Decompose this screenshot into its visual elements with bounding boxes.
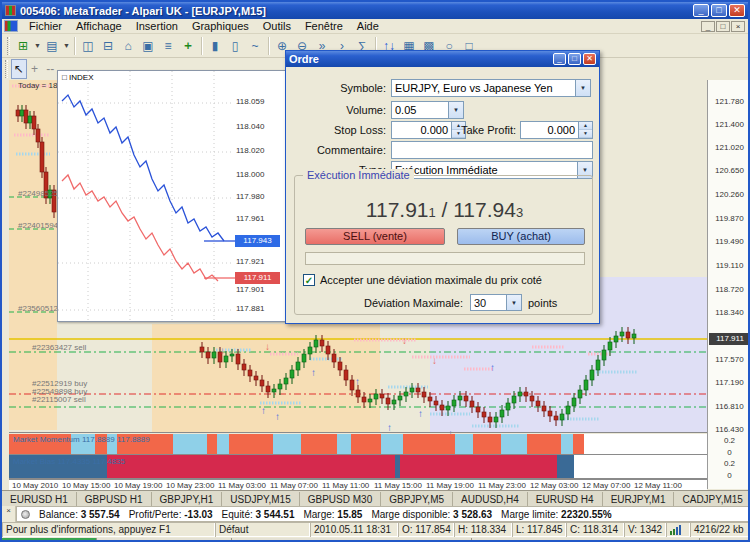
- chart-menu-icon[interactable]: [4, 20, 18, 32]
- minimize-button[interactable]: _: [693, 4, 709, 17]
- tab-eurjpy-m1[interactable]: EURJPY,M1: [603, 492, 675, 506]
- svg-text:↑: ↑: [275, 411, 280, 422]
- data-window-icon[interactable]: ⊟: [98, 36, 118, 56]
- comment-input[interactable]: [391, 141, 593, 159]
- tab-gbpjpy-m5[interactable]: GBPJPY,M5: [381, 492, 453, 506]
- takeprofit-stepper[interactable]: 0.000 ▲▼: [520, 121, 593, 139]
- time-tick: 10 May 19:00: [114, 481, 162, 490]
- tab-gbpjpy-h1[interactable]: GBPJPY,H1: [152, 492, 223, 506]
- deviation-unit: points: [528, 297, 557, 309]
- new-order-icon[interactable]: ＋: [178, 36, 198, 56]
- svg-text:↓: ↓: [402, 335, 407, 346]
- menu-insertion[interactable]: Insertion: [129, 19, 185, 33]
- svg-text:↓: ↓: [432, 355, 437, 366]
- price-tick: 116.810: [708, 402, 750, 411]
- app-icon: [5, 5, 16, 16]
- navigator-icon[interactable]: ⌂: [118, 36, 138, 56]
- taskbar-segment: [97, 538, 232, 542]
- cursor-tool-icon[interactable]: ↖: [11, 59, 27, 79]
- line-chart-icon[interactable]: ~: [245, 36, 265, 56]
- deviation-checkbox-label: Accepter une déviation maximale du prix …: [320, 274, 542, 286]
- price-tick: 121.020: [708, 143, 750, 152]
- status-profile[interactable]: Défaut: [215, 522, 310, 537]
- taskbar-segment: [2, 538, 97, 542]
- tab-eurusd-h1[interactable]: EURUSD H1: [2, 492, 77, 506]
- candlestick-chart-icon[interactable]: ▯: [225, 36, 245, 56]
- new-chart-icon[interactable]: ⊞: [13, 36, 33, 56]
- strategy-tester-icon[interactable]: ≡: [158, 36, 178, 56]
- chevron-down-icon[interactable]: ▼: [575, 80, 590, 96]
- symbol-label: Symbole:: [294, 82, 386, 94]
- mdi-close-button[interactable]: ×: [731, 21, 745, 32]
- connection-bars-icon: [666, 522, 690, 537]
- drawing-toolbar: ↖ + --: [2, 58, 58, 80]
- status-high: H: 118.334: [454, 522, 512, 537]
- taskbar-segment: [472, 538, 700, 542]
- margin-item: Marge: 15.85: [303, 509, 362, 520]
- index-tick: 118.059: [236, 97, 286, 106]
- dialog-close-button[interactable]: ✕: [583, 53, 596, 65]
- momentum-label: Market Momentum 117.8889 117.8889: [13, 435, 150, 444]
- deviation-checkbox[interactable]: ✓: [303, 274, 315, 286]
- volume-select[interactable]: 0.05 ▼: [391, 101, 464, 119]
- index-tick: 118.000: [236, 170, 286, 179]
- menu-affichage[interactable]: Affichage: [69, 19, 129, 33]
- market-watch-icon[interactable]: ◫: [78, 36, 98, 56]
- time-axis: 10 May 2010 10 May 15:00 10 May 19:00 10…: [9, 479, 707, 490]
- mdi-restore-button[interactable]: □: [716, 21, 730, 32]
- svg-text:↑: ↑: [311, 367, 316, 378]
- status-low: L: 117.845: [512, 522, 566, 537]
- tab-audusd-h4[interactable]: AUDUSD,H4: [453, 492, 528, 506]
- index-tick: 117.921: [236, 257, 286, 266]
- profiles-icon[interactable]: ▤: [42, 36, 62, 56]
- chevron-down-icon[interactable]: ▼: [506, 295, 521, 310]
- bar-chart-icon[interactable]: ▮: [205, 36, 225, 56]
- time-tick: 12 May 03:00: [530, 481, 578, 490]
- title-bar: 005406: MetaTrader - Alpari UK - [EURJPY…: [2, 2, 748, 19]
- tab-eurusd-h4[interactable]: EURUSD H4: [528, 492, 603, 506]
- takeprofit-value: 0.000: [521, 122, 578, 138]
- svg-text:↓: ↓: [265, 341, 270, 352]
- index-bid-line: [62, 175, 218, 281]
- index-tick: 117.901: [236, 285, 286, 294]
- deviation-value: 30: [471, 297, 506, 309]
- trendline-tool-icon[interactable]: --: [42, 59, 58, 79]
- terminal-close-button[interactable]: ×: [2, 506, 16, 522]
- maximize-button[interactable]: □: [711, 4, 727, 17]
- tab-gbpusd-m30[interactable]: GBPUSD M30: [300, 492, 381, 506]
- time-tick: 10 May 2010: [12, 481, 58, 490]
- index-tick: 117.961: [236, 214, 286, 223]
- comment-label: Commentaire:: [294, 144, 386, 156]
- indicator-scale-tick: 0: [708, 471, 750, 480]
- chevron-down-icon[interactable]: ▼: [448, 102, 463, 118]
- menu-aide[interactable]: Aide: [350, 19, 386, 33]
- deviation-select[interactable]: 30 ▼: [470, 294, 522, 311]
- terminal-icon[interactable]: ▣: [138, 36, 158, 56]
- tab-gbpusd-h1[interactable]: GBPUSD H1: [77, 492, 152, 506]
- profiles-caret-icon[interactable]: ▼: [62, 42, 71, 49]
- menu-fenetre[interactable]: Fenêtre: [298, 19, 350, 33]
- tab-usdjpy-m15[interactable]: USDJPY,M15: [222, 492, 299, 506]
- menu-outils[interactable]: Outils: [256, 19, 298, 33]
- chart-tabs-bar: EURUSD H1 GBPUSD H1 GBPJPY,H1 USDJPY,M15…: [2, 490, 750, 506]
- time-tick: 11 May 23:00: [478, 481, 526, 490]
- spin-down-icon[interactable]: ▼: [579, 130, 592, 138]
- new-chart-caret-icon[interactable]: ▼: [33, 42, 42, 49]
- svg-text:↑: ↑: [418, 408, 423, 419]
- close-button[interactable]: ✕: [729, 4, 745, 17]
- buy-button[interactable]: BUY (achat): [457, 228, 585, 245]
- mdi-minimize-button[interactable]: _: [701, 21, 715, 32]
- time-tick: 11 May 07:00: [270, 481, 318, 490]
- tab-cadjpy-m15[interactable]: CADJPY,M15: [674, 492, 750, 506]
- menu-graphiques[interactable]: Graphiques: [185, 19, 256, 33]
- dialog-minimize-button[interactable]: _: [553, 53, 566, 65]
- svg-text:↑: ↑: [355, 376, 360, 387]
- spin-up-icon[interactable]: ▲: [579, 122, 592, 130]
- sell-button[interactable]: SELL (vente): [305, 228, 445, 245]
- symbol-select[interactable]: EURJPY, Euro vs Japanese Yen ▼: [391, 79, 591, 97]
- crosshair-tool-icon[interactable]: +: [27, 59, 43, 79]
- index-window-title: □ INDEX: [62, 73, 94, 82]
- dialog-maximize-button[interactable]: □: [568, 53, 581, 65]
- menu-fichier[interactable]: Fichier: [22, 19, 69, 33]
- profit-item: Profit/Perte: -13.03: [129, 509, 213, 520]
